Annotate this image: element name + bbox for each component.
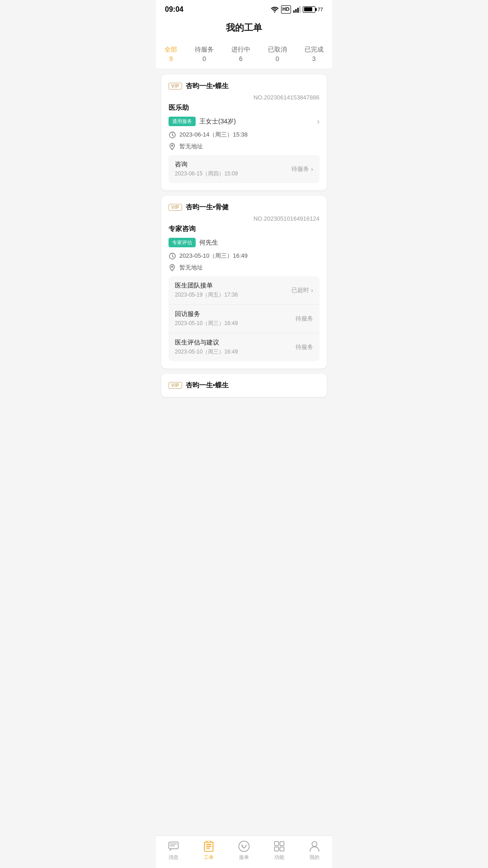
nav-workorders[interactable]: 工单 [195,840,222,861]
page-title-bar: 我的工单 [156,17,332,41]
page-title: 我的工单 [156,22,332,34]
svg-rect-0 [293,10,295,13]
vip-badge-2: VIP [169,204,182,211]
svg-rect-12 [275,842,279,846]
tab-cancelled-count: 0 [276,55,279,62]
sub-item-2-1-name: 医生团队接单 [175,282,238,290]
tab-inprogress[interactable]: 进行中 6 [231,46,250,62]
card-2-address-row: 暂无地址 [169,264,319,272]
vip-badge-3: VIP [169,382,182,389]
tab-pending[interactable]: 待服务 0 [195,46,214,62]
svg-rect-10 [207,841,211,843]
card-1-order-number: NO.20230614153847886 [169,94,319,101]
location-icon-1 [169,143,176,150]
card-1-address-row: 暂无地址 [169,142,319,151]
tab-all-count: 9 [169,55,173,62]
signal-icon [293,6,300,13]
card-2-datetime-row: 2023-05-10（周三）16:49 [169,252,319,260]
nav-messages[interactable]: 消息 [160,840,187,861]
nav-messages-label: 消息 [169,854,178,861]
svg-point-11 [239,841,249,852]
svg-point-16 [312,842,317,847]
sub-item-2-3: 医生评估与建议 2023-05-10（周三）16:49 待服务 [169,333,319,361]
card-1-header: VIP 杏昀一生•蝶生 [169,82,319,90]
card-3-header: VIP 杏昀一生•蝶生 [169,381,319,390]
card-1-address: 暂无地址 [179,142,203,151]
card-1-chevron-right: › [317,118,319,126]
sub-item-2-2-status: 待服务 [296,315,313,323]
card-2-order-number: NO.20230510164916124 [169,215,319,222]
status-icons: HD 77 [271,5,323,13]
card-1-title: 杏昀一生•蝶生 [186,82,229,90]
svg-rect-8 [169,842,178,849]
hd-badge: HD [281,5,291,13]
tab-completed-count: 3 [312,55,316,62]
tab-cancelled[interactable]: 已取消 0 [268,46,287,62]
status-time: 09:04 [165,5,183,14]
svg-rect-14 [275,847,279,851]
sub-item-2-2-name: 回访服务 [175,310,238,318]
sub-item-2-3-name: 医生评估与建议 [175,339,238,347]
card-1-tag: 通用服务 [169,117,196,126]
svg-rect-1 [295,9,296,13]
nav-workorders-label: 工单 [204,854,214,861]
nav-functions[interactable]: 功能 [266,840,293,861]
card-2-tag: 专家评估 [169,238,196,247]
tab-all[interactable]: 全部 9 [164,46,177,62]
sub-item-2-1-chevron: › [311,287,313,294]
sub-item-1-1-status: 待服务 [291,165,309,173]
tab-filter: 全部 9 待服务 0 进行中 6 已取消 0 已完成 3 [156,41,332,69]
svg-rect-13 [280,842,284,846]
wifi-icon [271,6,279,13]
vip-badge-1: VIP [169,83,182,90]
card-2-service-row: 专家评估 何先生 [169,238,319,247]
nav-functions-label: 功能 [274,854,284,861]
order-card-1: VIP 杏昀一生•蝶生 NO.20230614153847886 医乐助 通用服… [161,75,327,190]
sub-item-2-3-status: 待服务 [296,343,313,351]
svg-rect-15 [280,847,284,851]
tab-inprogress-count: 6 [239,55,243,62]
nav-mine-icon [309,840,320,852]
card-2-sub-items: 医生团队接单 2023-05-19（周五）17:36 已超时 › 回访服务 20… [169,276,319,361]
tab-completed-label: 已完成 [305,46,324,54]
svg-rect-9 [205,842,213,852]
card-2-datetime: 2023-05-10（周三）16:49 [179,252,248,260]
nav-accept-label: 接单 [239,854,249,861]
tab-pending-label: 待服务 [195,46,214,54]
nav-mine[interactable]: 我的 [301,840,328,861]
sub-item-2-1-date: 2023-05-19（周五）17:36 [175,291,238,299]
card-2-address: 暂无地址 [179,264,203,272]
order-card-2: VIP 杏昀一生•骨健 NO.20230510164916124 专家咨询 专家… [161,196,327,368]
nav-messages-icon [168,840,179,852]
tab-completed[interactable]: 已完成 3 [305,46,324,62]
sub-item-2-1[interactable]: 医生团队接单 2023-05-19（周五）17:36 已超时 › [169,276,319,305]
clock-icon-2 [169,252,176,259]
tab-all-label: 全部 [164,46,177,54]
nav-accept[interactable]: 接单 [230,840,258,861]
card-1-sub-items: 咨询 2023-06-15（周四）15:09 待服务 › [169,155,319,183]
location-icon-2 [169,264,176,271]
sub-item-1-1-chevron: › [311,165,313,173]
tab-cancelled-label: 已取消 [268,46,287,54]
sub-item-2-3-date: 2023-05-10（周三）16:49 [175,348,238,356]
svg-rect-3 [299,6,300,13]
card-1-datetime-row: 2023-06-14（周三）15:38 [169,131,319,139]
clock-icon-1 [169,131,176,138]
svg-point-7 [172,266,173,268]
card-2-customer: 何先生 [199,239,218,247]
sub-item-2-1-status: 已超时 [291,286,309,294]
card-1-service-type: 医乐助 [169,104,319,112]
sub-item-2-2-date: 2023-05-10（周三）16:49 [175,320,238,327]
card-2-title: 杏昀一生•骨健 [186,203,229,212]
tab-inprogress-label: 进行中 [231,46,250,54]
svg-rect-2 [297,8,299,13]
card-1-service-row[interactable]: 通用服务 王女士(34岁) › [169,117,319,126]
card-2-header: VIP 杏昀一生•骨健 [169,203,319,212]
nav-mine-label: 我的 [310,854,319,861]
sub-item-1-1-date: 2023-06-15（周四）15:09 [175,170,238,178]
battery-icon: 77 [303,6,323,13]
card-3-title: 杏昀一生•蝶生 [186,381,229,390]
card-1-customer: 王女士(34岁) [199,118,236,126]
bottom-nav: 消息 工单 接单 [156,835,332,868]
sub-item-1-1[interactable]: 咨询 2023-06-15（周四）15:09 待服务 › [169,155,319,183]
